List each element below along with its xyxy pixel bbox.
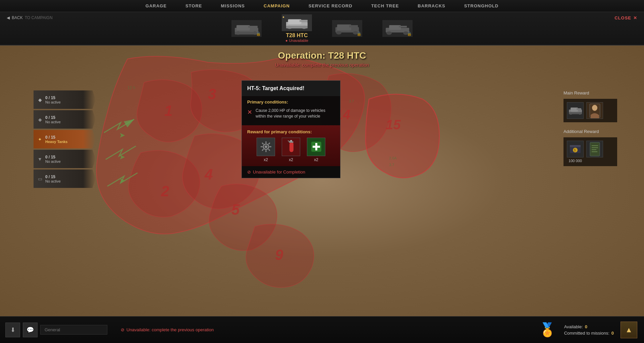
tank-slot-4[interactable]: 🔒 (382, 20, 413, 37)
mission-icon-3: ✦ (36, 136, 44, 143)
active-tank-status: ● Unavailable (285, 39, 308, 43)
mission-popup: HT-5: Target Acquired! Primary condition… (241, 80, 340, 178)
additional-reward-grid: $ 100 000 (567, 141, 614, 163)
condition-text: Cause 2,000 HP of damage to vehicles wit… (256, 108, 335, 119)
svg-text:3.7: 3.7 (389, 163, 394, 167)
mission-item-5[interactable]: ▭ 0 / 15 No active (34, 169, 97, 188)
rewards-panel: Main Reward (564, 90, 617, 173)
mission-item-3[interactable]: ✦ 0 / 15 Heavy Tanks (34, 130, 97, 148)
status-unavailable-text: ⊘ Unavailable: complete the previous ope… (121, 327, 214, 332)
mission-info-4: 0 / 15 No active (45, 155, 61, 163)
tank-active-dot: ● (282, 15, 284, 19)
mission-item-1[interactable]: ◆ 0 / 15 No active (34, 90, 97, 109)
mission-info-3: 0 / 15 Heavy Tanks (45, 135, 67, 144)
mission-bar-2: ◆ 0 / 15 No active (34, 110, 96, 129)
mission-progress-1: 0 / 15 (45, 95, 61, 100)
committed-line: Committed to missions: 0 (564, 331, 614, 336)
back-button[interactable]: ◀ BACK TO CAMPAIGN (7, 15, 53, 20)
mission-label-3: Heavy Tanks (45, 140, 67, 144)
popup-unavailable-text: ⊘ Unavailable for Completion (247, 169, 305, 175)
condition-icon: ✕ (247, 109, 252, 116)
credits-amount: 100 000 (569, 159, 582, 163)
reward-item-3: x2 (307, 138, 325, 162)
mission-bar-3: ✦ 0 / 15 Heavy Tanks (34, 130, 96, 148)
svg-text:5: 5 (231, 201, 240, 218)
mission-info-2: 0 / 15 No active (45, 115, 61, 124)
mission-bar-4: ▼ 0 / 15 No active (34, 150, 96, 168)
nav-store[interactable]: STORE (183, 2, 205, 10)
svg-rect-14 (349, 25, 358, 27)
svg-rect-13 (337, 24, 351, 30)
popup-reward-section: Reward for primary conditions: x2 (242, 125, 340, 166)
svg-point-15 (336, 31, 341, 35)
credits-reward: $ 100 000 (567, 141, 584, 163)
unavailable-icon: ⊘ (247, 169, 251, 175)
reward-item-1: x2 (257, 138, 275, 162)
svg-rect-11 (286, 26, 308, 28)
svg-text:2: 2 (161, 183, 169, 199)
svg-text:➤: ➤ (119, 176, 125, 185)
lock-icon-3: 🔒 (357, 31, 362, 36)
nav-tech-tree[interactable]: TECH TREE (369, 2, 402, 10)
tank-slot-active[interactable]: ● T28 HTC ● Unavailable (282, 14, 312, 43)
svg-rect-50 (577, 108, 581, 110)
tank-header: 🔒 ● T28 HTC ● Unavailable (0, 12, 644, 46)
chat-button[interactable]: 💬 (23, 323, 38, 337)
mission-label-2: No active (45, 120, 61, 124)
additional-reward-title: Additional Reward (564, 129, 617, 134)
bottom-left-controls: ⬇ 💬 (0, 323, 107, 337)
svg-point-20 (386, 31, 392, 35)
svg-rect-2 (248, 26, 258, 28)
mission-item-2[interactable]: ◆ 0 / 15 No active (34, 110, 97, 129)
svg-rect-19 (399, 26, 407, 27)
download-button[interactable]: ⬇ (5, 323, 20, 337)
medal-icon: 🏅 (537, 320, 557, 340)
svg-text:1: 1 (164, 102, 172, 119)
mission-bar-5: ▭ 0 / 15 No active (34, 169, 96, 188)
svg-text:9: 9 (275, 247, 283, 263)
chat-input[interactable] (40, 325, 107, 335)
operation-title-area: Operation: T28 HTC Unavailable: complete… (275, 50, 369, 68)
popup-title: HT-5: Target Acquired! (242, 81, 340, 96)
svg-text:➤: ➤ (119, 153, 125, 161)
tank-slot-3[interactable]: 🔒 (332, 20, 362, 37)
back-label: BACK (12, 15, 23, 20)
available-info: Available: 0 Committed to missions: 0 (564, 324, 614, 336)
reward-item-2: x2 (282, 138, 300, 162)
mission-info-1: 0 / 15 No active (45, 95, 61, 104)
download-icon: ⬇ (10, 326, 15, 334)
reward-icon-extinguisher (282, 138, 300, 156)
popup-footer: ⊘ Unavailable for Completion (242, 166, 340, 178)
svg-rect-41 (289, 142, 293, 152)
tank-slot-1[interactable]: 🔒 (231, 20, 262, 37)
svg-rect-5 (235, 32, 258, 35)
svg-rect-1 (236, 25, 250, 30)
close-x-icon: ✕ (633, 15, 637, 20)
action-button[interactable]: ▲ (621, 322, 637, 338)
mission-item-4[interactable]: ▼ 0 / 15 No active (34, 150, 97, 168)
reward-icon-gear (257, 138, 275, 156)
svg-text:4: 4 (204, 166, 213, 183)
svg-text:$: $ (574, 148, 576, 152)
nav-missions[interactable]: MISSIONS (218, 2, 248, 10)
back-arrow-icon: ◀ (7, 15, 10, 20)
chat-icon: 💬 (26, 326, 34, 334)
popup-conditions-section: Primary conditions: ✕ Cause 2,000 HP of … (242, 96, 340, 125)
available-count: 0 (585, 324, 587, 329)
svg-rect-8 (300, 20, 308, 22)
nav-campaign[interactable]: CAMPAIGN (261, 2, 292, 10)
nav-service-record[interactable]: SERVICE RECORD (306, 2, 355, 10)
popup-conditions-title: Primary conditions: (247, 99, 335, 105)
close-button[interactable]: CLOSE ✕ (614, 15, 637, 20)
svg-rect-56 (591, 115, 599, 118)
nav-barracks[interactable]: BARRACKS (415, 2, 448, 10)
nav-garage[interactable]: GARAGE (143, 2, 169, 10)
svg-rect-61 (590, 142, 600, 156)
nav-stronghold[interactable]: STRONGHOLD (462, 2, 501, 10)
popup-condition-1: ✕ Cause 2,000 HP of damage to vehicles w… (247, 108, 335, 119)
mission-progress-3: 0 / 15 (45, 135, 67, 140)
operation-name: Operation: T28 HTC (275, 50, 369, 61)
svg-rect-7 (288, 19, 302, 24)
mission-info-5: 0 / 15 No active (45, 175, 61, 183)
bottom-right-area: 🏅 Available: 0 Committed to missions: 0 … (537, 320, 644, 340)
